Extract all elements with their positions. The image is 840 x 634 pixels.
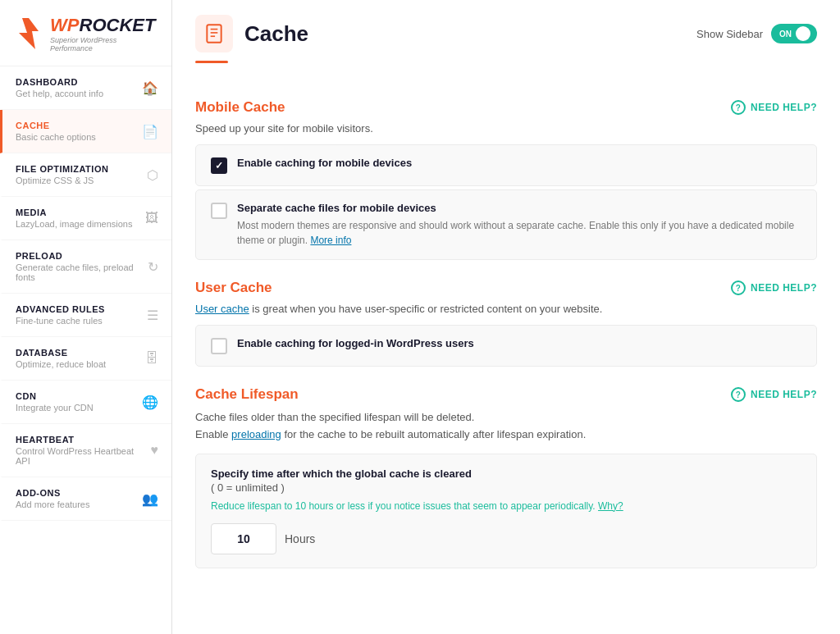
mobile-cache-title: Mobile Cache [195,99,285,116]
user-cache-option1-row: Enable caching for logged-in WordPress u… [211,337,801,354]
more-info-link[interactable]: More info [310,235,351,246]
toggle-circle [796,26,810,41]
sidebar-toggle[interactable]: ON [771,24,817,43]
nav-item-sub: Integrate your CDN [16,403,94,413]
logo-text: WP ROCKET Superior WordPress Performance [50,15,158,52]
separate-cache-sublabel: Most modern themes are responsive and sh… [237,218,801,248]
toggle-button[interactable]: ON [771,24,817,43]
nav-icon-preload: ↻ [148,259,158,275]
mobile-cache-option2-row: Separate cache files for mobile devices … [211,202,801,248]
main-content: Cache Show Sidebar ON Mobile Cache ? [172,0,840,634]
nav-item-content: DASHBOARD Get help, account info [16,77,103,98]
nav-item-content: MEDIA LazyLoad, image dimensions [16,208,132,229]
nav-item-title: CDN [16,391,94,401]
sidebar-item-advanced-rules[interactable]: ADVANCED RULES Fine-tune cache rules ☰ [0,294,171,337]
logged-in-checkbox[interactable] [211,338,227,354]
nav-item-content: FILE OPTIMIZATION Optimize CSS & JS [16,164,108,185]
mobile-cache-option1-box: ✓ Enable caching for mobile devices [195,144,817,186]
sidebar-item-database[interactable]: DATABASE Optimize, reduce bloat 🗄 [0,337,171,381]
nav-item-title: CACHE [16,121,96,130]
logo-wp: WP [50,15,79,36]
sidebar-item-media[interactable]: MEDIA LazyLoad, image dimensions 🖼 [0,197,171,240]
lifespan-box: Specify time after which the global cach… [195,454,817,568]
lifespan-input-row: Hours [211,523,801,554]
sidebar-item-cache[interactable]: CACHE Basic cache options 📄 [0,110,171,153]
logo-area: WP ROCKET Superior WordPress Performance [0,0,171,66]
cache-header-icon [195,15,233,52]
nav-icon-heartbeat: ♥ [151,443,159,458]
sidebar: WP ROCKET Superior WordPress Performance… [0,0,172,634]
nav-icon-media: 🖼 [145,211,158,226]
lifespan-unlimited-label: ( 0 = unlimited ) [211,481,801,494]
user-cache-header: User Cache ? NEED HELP? [195,280,817,296]
nav-item-sub: Optimize CSS & JS [16,176,108,185]
svg-rect-0 [207,25,221,43]
mobile-device-checkbox[interactable]: ✓ [211,157,227,174]
nav-icon-database: 🗄 [145,351,158,366]
toggle-on-label: ON [779,30,792,39]
checkmark-icon: ✓ [215,160,223,171]
nav-item-content: ADVANCED RULES Fine-tune cache rules [16,304,105,326]
nav-item-title: HEARTBEAT [16,435,144,445]
nav-item-sub: Optimize, reduce bloat [16,359,106,369]
mobile-cache-need-help[interactable]: ? NEED HELP? [731,100,817,115]
nav-item-sub: Get help, account info [16,89,103,98]
nav-item-title: DASHBOARD [16,77,103,87]
nav-item-title: FILE OPTIMIZATION [16,164,108,174]
nav-item-content: CACHE Basic cache options [16,121,96,142]
nav-icon-cache: 📄 [142,124,158,139]
user-cache-option1-box: Enable caching for logged-in WordPress u… [195,325,817,367]
nav-item-sub: LazyLoad, image dimensions [16,219,132,229]
nav-icon-file-optimization: ⬡ [147,167,158,183]
nav-icon-add-ons: 👥 [142,491,158,507]
sidebar-item-preload[interactable]: PRELOAD Generate cache files, preload fo… [0,240,171,294]
lifespan-help-icon: ? [731,387,746,402]
cache-lifespan-header: Cache Lifespan ? NEED HELP? [195,386,817,403]
user-cache-title: User Cache [195,280,272,296]
nav-item-title: ADD-ONS [16,488,90,498]
sidebar-item-add-ons[interactable]: ADD-ONS Add more features 👥 [0,477,171,521]
sections: Mobile Cache ? NEED HELP? Speed up your … [172,63,840,591]
logged-in-label: Enable caching for logged-in WordPress u… [237,337,474,349]
mobile-cache-header: Mobile Cache ? NEED HELP? [195,99,817,116]
page-header: Cache Show Sidebar ON [172,0,840,52]
sidebar-item-dashboard[interactable]: DASHBOARD Get help, account info 🏠 [0,66,171,110]
preloading-link[interactable]: preloading [231,428,281,440]
logo-icon [13,15,43,52]
why-link[interactable]: Why? [598,500,623,512]
mobile-device-label: Enable caching for mobile devices [237,157,412,169]
nav-item-title: ADVANCED RULES [16,304,105,314]
nav-item-title: MEDIA [16,208,132,217]
nav-icon-dashboard: 🏠 [142,80,158,96]
nav-item-sub: Generate cache files, preload fonts [16,262,141,282]
cache-lifespan-need-help[interactable]: ? NEED HELP? [731,387,817,402]
separate-cache-checkbox[interactable] [211,203,227,219]
separate-cache-label: Separate cache files for mobile devices [237,202,801,214]
nav-item-content: ADD-ONS Add more features [16,488,90,509]
nav-item-content: CDN Integrate your CDN [16,391,94,413]
lifespan-specify-label: Specify time after which the global cach… [211,468,801,480]
nav-icon-cdn: 🌐 [142,395,158,410]
nav-item-sub: Add more features [16,499,90,509]
user-help-icon: ? [731,281,746,295]
sidebar-item-file-optimization[interactable]: FILE OPTIMIZATION Optimize CSS & JS ⬡ [0,153,171,197]
lifespan-desc-line2-suffix: for the cache to be rebuilt automaticall… [281,428,586,440]
user-cache-need-help[interactable]: ? NEED HELP? [731,281,817,295]
nav-item-content: HEARTBEAT Control WordPress Heartbeat AP… [16,435,144,466]
user-cache-link[interactable]: User cache [195,303,249,315]
sidebar-item-cdn[interactable]: CDN Integrate your CDN 🌐 [0,381,171,424]
lifespan-desc: Cache files older than the specified lif… [195,409,817,444]
sidebar-item-heartbeat[interactable]: HEARTBEAT Control WordPress Heartbeat AP… [0,424,171,477]
nav-items: DASHBOARD Get help, account info 🏠 CACHE… [0,66,171,521]
user-cache-desc: User cache is great when you have user-s… [195,303,817,315]
user-help-label: NEED HELP? [751,282,817,294]
nav-item-sub: Basic cache options [16,132,96,142]
mobile-cache-option1-row: ✓ Enable caching for mobile devices [211,157,801,174]
nav-item-content: PRELOAD Generate cache files, preload fo… [16,251,141,282]
lifespan-value-input[interactable] [211,523,276,554]
lifespan-unit: Hours [285,532,315,545]
lifespan-help-label: NEED HELP? [751,389,817,400]
nav-item-title: PRELOAD [16,251,141,261]
logo-tagline: Superior WordPress Performance [50,36,158,52]
nav-item-content: DATABASE Optimize, reduce bloat [16,348,106,369]
